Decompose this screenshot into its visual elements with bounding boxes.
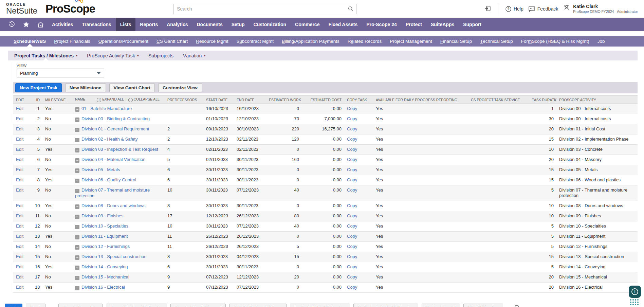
collapse-all-button[interactable]: −COLLAPSE ALL [128,97,160,101]
tree-collapse-icon[interactable]: − [75,168,79,173]
copy-link[interactable]: Copy [347,147,357,152]
create-team-channel-button[interactable]: Create Team/Channel [170,304,226,307]
user-menu[interactable]: Katie Clark ProScope DEMO FY2024 - Admin… [563,4,638,14]
copy-link[interactable]: Copy [347,203,357,208]
new-milestone-button[interactable]: New Milestone [65,83,106,92]
lock-activity-estimates-button[interactable]: Lock Activity Estimates [290,304,350,307]
task-name-link[interactable]: Division 08 - Doors and windows [81,203,146,208]
edit-link[interactable]: Edit [16,116,23,121]
task-name-link[interactable]: Division 13 - Special construction [81,254,146,259]
create-template-button[interactable]: Create Template [58,304,103,307]
add-shortcut-icon[interactable] [484,5,491,13]
copy-link[interactable]: Copy [347,177,357,182]
tab-proscope-activity-task[interactable]: ProScope Activity Task• [82,51,144,60]
search-input[interactable] [173,4,356,14]
new-project-task-button[interactable]: New Project Task [15,83,62,92]
edit-link[interactable]: Edit [16,285,23,290]
copy-link[interactable]: Copy [347,264,357,269]
expand-all-button[interactable]: +EXPAND ALL [97,97,124,101]
copy-link[interactable]: Copy [347,187,357,193]
subnav-item-billing-application-payments[interactable]: Billing/Application Payments [278,36,344,47]
task-name-link[interactable]: Division 06 - Quality Control [81,177,136,182]
subnav-item-project-financials[interactable]: Project Financials [50,36,94,47]
info-icon[interactable]: i [629,286,641,298]
dots-grid-icon[interactable] [630,299,640,306]
nav-item-support[interactable]: Support [459,18,486,31]
nav-item-fixed-assets[interactable]: Fixed Assets [324,18,362,31]
edit-link[interactable]: Edit [16,274,23,279]
edit-link[interactable]: Edit [16,244,23,249]
task-name-link[interactable]: Division 04 - Material Verification [81,157,146,162]
copy-link[interactable]: Copy [347,254,357,259]
subnav-item-schedule-wbs[interactable]: Schedule/WBS [10,36,50,47]
shortcuts-star-icon[interactable] [19,18,33,31]
edit-link[interactable]: Edit [16,177,23,182]
copy-link[interactable]: Copy [347,167,357,172]
edit-link[interactable]: Edit [16,254,23,259]
tab-project-tasks-milestones[interactable]: Project Tasks / Milestones• [10,51,82,60]
task-name-link[interactable]: Division 02 - Health & Safety [81,137,137,142]
support-widget[interactable]: i [628,286,641,306]
task-name-link[interactable]: Division 09 - Finishes [81,213,124,218]
back-button[interactable]: Back [26,304,45,307]
subnav-item-resource-mgmt[interactable]: Resource Mgmt [192,36,232,47]
edit-link[interactable]: Edit [16,157,23,162]
tree-collapse-icon[interactable]: − [75,118,79,122]
copy-link[interactable]: Copy [347,223,357,229]
recent-records-icon[interactable] [5,18,19,31]
copy-link[interactable]: Copy [347,126,357,131]
view-select[interactable]: Planning [17,69,104,77]
admin-refresh-values-button[interactable]: Admin Refresh Values [229,304,287,307]
tree-collapse-icon[interactable]: − [75,189,79,193]
unlock-activity-estimates-button[interactable]: Unlock Activity Estimates [353,304,418,307]
nav-item-documents[interactable]: Documents [192,18,227,31]
edit-link[interactable]: Edit [16,126,23,131]
copy-link[interactable]: Copy [347,213,357,218]
task-name-link[interactable]: Division 11 - Equipment [81,234,128,239]
tree-collapse-icon[interactable]: − [75,128,79,132]
task-name-link[interactable]: Division 16 - Electrical [81,285,125,290]
copy-link[interactable]: Copy [347,116,357,121]
tree-collapse-icon[interactable]: − [75,286,79,290]
open-costing-estimator-button[interactable]: Open Costing Estimator [106,304,167,307]
task-name-link[interactable]: 01 - Satellite Manufacture [81,106,132,111]
copy-link[interactable]: Copy [347,157,357,162]
tree-collapse-icon[interactable]: − [75,235,79,239]
task-name-link[interactable]: Division 05 - Metals [81,167,120,172]
tree-collapse-icon[interactable]: − [75,215,79,219]
tree-collapse-icon[interactable]: − [75,179,79,183]
subnav-item-related-records[interactable]: Related Records [344,36,386,47]
tree-collapse-icon[interactable]: − [75,245,79,250]
task-name-link[interactable]: Division 03 - Inspection & Test Request [81,147,158,152]
copy-link[interactable]: Copy [347,244,357,249]
task-name-link[interactable]: Division 15 - Mechanical [81,274,129,279]
edit-link[interactable]: Edit [16,213,23,218]
home-icon[interactable] [33,18,48,31]
early-warning-button[interactable]: Early Warning [463,304,503,307]
tree-collapse-icon[interactable]: − [75,266,79,270]
subnav-item-subcontract-mgmt[interactable]: Subcontract Mgmt [233,36,278,47]
nav-item-commerce[interactable]: Commerce [291,18,324,31]
tree-collapse-icon[interactable]: − [75,148,79,152]
tree-collapse-icon[interactable]: − [75,276,79,280]
search-icon[interactable] [348,6,354,13]
customize-view-button[interactable]: Customize View [158,83,202,92]
task-name-link[interactable]: Division 10 - Specialties [81,223,128,229]
copy-link[interactable]: Copy [347,137,357,142]
add-shortcut-icon-footer[interactable] [513,304,519,307]
project-portal-button[interactable]: Project Portal [422,304,460,307]
task-name-link[interactable]: Division 14 - Conveying [81,264,128,269]
subnav-item-technical-setup[interactable]: Technical Setup [476,36,517,47]
task-name-link[interactable]: Division 12 - Furnishings [81,244,130,249]
feedback-button[interactable]: Feedback [528,6,558,12]
view-gantt-chart-button[interactable]: View Gantt Chart [109,83,155,92]
subnav-item-project-management[interactable]: Project Management [386,36,436,47]
nav-item-protect[interactable]: Protect [401,18,426,31]
subnav-item-job[interactable]: Job [593,36,609,47]
edit-link[interactable]: Edit [16,137,23,142]
tree-collapse-icon[interactable]: − [75,204,79,209]
nav-item-lists[interactable]: Lists [116,18,136,31]
tree-collapse-icon[interactable]: − [75,158,79,163]
edit-link[interactable]: Edit [16,223,23,229]
help-button[interactable]: ? Help [505,6,523,12]
